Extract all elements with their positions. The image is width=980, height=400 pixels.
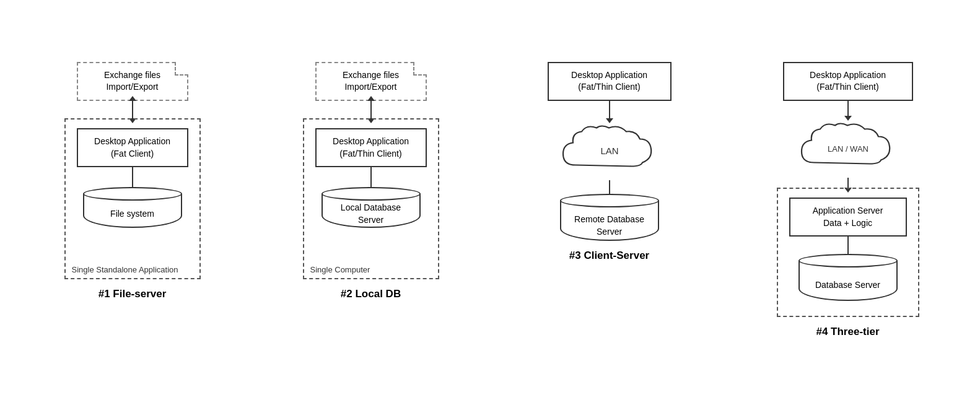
diagram-3-arrow-1 [609,101,610,118]
diagram-4-arrow-3 [847,237,849,254]
diagram-4-dashed-box: Application Server Data + Logic Database… [777,188,919,317]
diagram-4-arrow-1 [847,101,849,116]
diagram-4-app-server-box: Application Server Data + Logic [789,198,907,237]
diagram-4-app-server-label: Application Server Data + Logic [813,205,883,229]
diagram-3-bottom-label: #3 Client-Server [569,250,649,262]
diagram-1-arrow-mid [132,167,133,187]
diagram-1-cylinder-top [83,187,182,201]
diagram-1-storage-label: File system [110,208,154,220]
diagram-2-section: Exchange files Import/Export Desktop App… [257,62,484,300]
diagram-4-storage-label: Database Server [815,277,880,292]
diagram-1-note: Exchange files Import/Export [77,62,188,101]
diagram-2-note-label: Exchange files Import/Export [343,69,399,93]
diagram-3-cloud-svg: LAN [557,120,662,179]
diagram-1-dashed-box: Desktop Application (Fat Client) File sy… [64,118,201,279]
diagram-1-bottom-label: #1 File-server [98,288,167,300]
diagram-1-app-box: Desktop Application (Fat Client) [77,128,188,167]
diagram-4-cloud-container: LAN / WAN [792,116,904,178]
diagram-4-arrow-2 [847,178,849,188]
diagram-2-arrow-top [370,101,372,118]
diagram-2-bottom-label: #2 Local DB [341,288,401,300]
diagram-1-note-label: Exchange files Import/Export [104,69,160,93]
main-container: Exchange files Import/Export Desktop App… [0,50,980,350]
svg-text:LAN / WAN: LAN / WAN [828,144,868,153]
diagram-2-app-box: Desktop Application (Fat/Thin Client) [315,128,427,167]
diagram-3-top-app-label: Desktop Application (Fat/Thin Client) [571,69,647,93]
diagram-1-app-label: Desktop Application (Fat Client) [94,136,170,160]
diagram-4-cylinder: Database Server [798,254,898,301]
diagram-3-top-app-box: Desktop Application (Fat/Thin Client) [548,62,672,101]
diagram-4-section: Desktop Application (Fat/Thin Client) LA… [734,62,961,338]
diagram-3-arrow-2 [609,180,610,194]
diagram-2-cylinder: Local Database Server [322,187,421,228]
diagram-3-section: Desktop Application (Fat/Thin Client) LA… [496,62,723,262]
diagram-3-cylinder: Remote Database Server [560,194,659,241]
diagram-1-cylinder: File system [83,187,182,228]
diagram-2-cylinder-top [322,187,421,201]
diagram-4-bottom-label: #4 Three-tier [816,326,879,338]
diagram-2-arrow-mid [370,167,372,187]
diagram-2-storage-label: Local Database Server [341,202,401,226]
diagram-4-top-app-box: Desktop Application (Fat/Thin Client) [783,62,913,101]
diagram-2-app-label: Desktop Application (Fat/Thin Client) [333,136,409,160]
diagram-1-section: Exchange files Import/Export Desktop App… [19,62,246,300]
svg-text:LAN: LAN [600,145,618,155]
diagram-1-container-label: Single Standalone Application [72,265,178,274]
diagram-3-storage-label: Remote Database Server [574,210,644,238]
diagram-2-note: Exchange files Import/Export [315,62,427,101]
diagram-2-container-label: Single Computer [310,265,370,274]
diagram-4-cloud-svg: LAN / WAN [795,118,901,176]
diagram-4-top-app-label: Desktop Application (Fat/Thin Client) [810,69,886,93]
diagram-1-arrow-top [132,101,133,118]
diagram-4-cylinder-top [798,254,898,267]
diagram-3-cylinder-top [560,194,659,207]
diagram-3-cloud-container: LAN [554,118,665,180]
diagram-2-dashed-box: Desktop Application (Fat/Thin Client) Lo… [303,118,439,279]
